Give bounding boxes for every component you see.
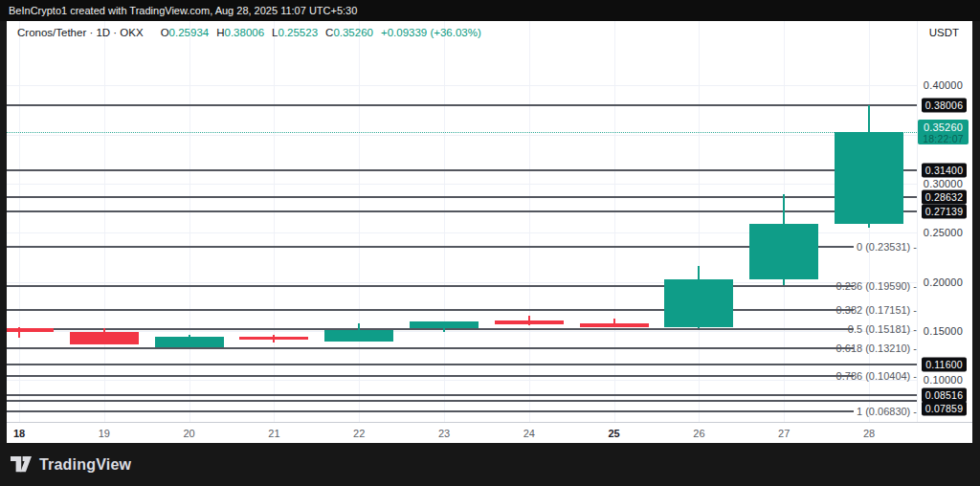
quote-currency-label: USDT <box>929 25 959 40</box>
time-tick-label: 25 <box>608 428 619 439</box>
vertical-gridline <box>359 21 360 422</box>
price-line-badge: 0.27139 <box>922 205 967 219</box>
price-tick-label: 0.15000 <box>924 325 963 337</box>
ohlc-value: 0.25934 <box>169 27 210 38</box>
horizontal-price-line[interactable] <box>7 364 917 365</box>
bar-countdown: 18:22:07 <box>918 134 969 144</box>
horizontal-price-line[interactable] <box>7 394 917 396</box>
horizontal-price-line[interactable] <box>7 104 917 106</box>
candle-down[interactable] <box>580 323 649 326</box>
price-tick-label: 0.30000 <box>924 178 963 189</box>
candle-up[interactable] <box>324 330 393 342</box>
price-line-badge: 0.28632 <box>922 190 967 205</box>
horizontal-gridline <box>7 85 917 86</box>
last-price-value: 0.35260 <box>918 121 969 134</box>
time-tick-label: 27 <box>778 428 790 439</box>
candle-down[interactable] <box>495 320 564 324</box>
candle-up[interactable] <box>155 337 224 347</box>
horizontal-gridline <box>7 331 917 332</box>
vertical-gridline <box>19 21 20 422</box>
last-price-badge: 0.3526018:22:07 <box>918 120 969 144</box>
time-tick-label: 28 <box>863 428 875 439</box>
fib-level-line[interactable] <box>7 246 854 248</box>
price-tick-label: 0.40000 <box>924 79 963 91</box>
horizontal-price-line[interactable] <box>7 400 917 402</box>
price-line-badge: 0.31400 <box>922 163 967 177</box>
time-tick-label: 19 <box>99 428 110 439</box>
candle-down[interactable] <box>70 332 139 344</box>
horizontal-price-line[interactable] <box>7 210 917 212</box>
horizontal-price-line[interactable] <box>7 196 917 198</box>
time-tick-label: 18 <box>13 428 25 439</box>
vertical-gridline <box>529 21 530 422</box>
candle-up[interactable] <box>664 279 733 326</box>
fib-level-label: 0.236 (0.19590) - <box>836 280 917 292</box>
candle-up[interactable] <box>410 321 479 328</box>
vertical-gridline <box>189 21 190 422</box>
price-line-badge: 0.11600 <box>922 357 967 371</box>
time-tick-label: 22 <box>353 428 365 439</box>
brand-name[interactable]: TradingView <box>39 456 131 474</box>
horizontal-price-line[interactable] <box>7 169 917 171</box>
time-tick-label: 24 <box>523 428 535 439</box>
symbol-title[interactable]: Cronos/Tether · 1D · OKX <box>17 27 144 38</box>
price-line-badge: 0.07859 <box>922 401 967 415</box>
ohlc-key: H <box>216 27 224 38</box>
ohlc-values: O0.25934H0.38006L0.25523C0.35260 <box>153 27 373 38</box>
fib-level-line[interactable] <box>7 347 854 349</box>
fib-level-label: 0 (0.23531) - <box>857 241 917 253</box>
vertical-gridline <box>699 21 700 422</box>
fib-level-label: 0.786 (0.10404) - <box>836 370 917 382</box>
ohlc-key: O <box>161 27 169 38</box>
time-tick-label: 26 <box>693 428 704 439</box>
candle-down[interactable] <box>7 328 54 332</box>
fib-level-line[interactable] <box>7 375 854 377</box>
last-price-line <box>7 132 917 133</box>
candle-up[interactable] <box>749 224 818 280</box>
ohlc-value: 0.35260 <box>333 27 373 38</box>
vertical-gridline <box>104 21 105 422</box>
fib-level-label: 1 (0.06830) - <box>857 406 917 417</box>
candle-up[interactable] <box>835 132 903 224</box>
time-tick-label: 20 <box>183 428 194 439</box>
fib-level-line[interactable] <box>7 328 854 330</box>
attribution-text: BeInCrypto1 created with TradingView.com… <box>9 5 357 16</box>
price-tick-label: 0.10000 <box>924 374 963 386</box>
fib-level-line[interactable] <box>7 410 854 412</box>
price-axis[interactable]: 0.400000.300000.250000.200000.150000.100… <box>917 21 972 422</box>
vertical-gridline <box>274 21 275 422</box>
candle-down[interactable] <box>239 337 308 340</box>
horizontal-gridline <box>7 135 917 136</box>
brand-bar: TradingView <box>0 443 980 486</box>
time-axis[interactable]: 1819202122232425262728 <box>7 422 972 443</box>
fib-level-label: 0.5 (0.15181) - <box>848 323 917 335</box>
vertical-gridline <box>614 21 615 422</box>
price-tick-label: 0.20000 <box>924 276 963 288</box>
fib-level-label: 0.382 (0.17151) - <box>836 304 917 316</box>
price-line-badge: 0.38006 <box>922 98 967 112</box>
horizontal-gridline <box>7 282 917 283</box>
ohlc-value: 0.25523 <box>278 27 318 38</box>
price-tick-label: 0.25000 <box>924 227 963 238</box>
horizontal-gridline <box>7 380 917 381</box>
change-value: +0.09339 (+36.03%) <box>381 27 481 38</box>
price-line-badge: 0.08516 <box>922 387 967 402</box>
chart-panel: 0 (0.23531) -0.236 (0.19590) -0.382 (0.1… <box>7 21 972 443</box>
vertical-gridline <box>444 21 445 422</box>
fib-level-label: 0.618 (0.13210) - <box>836 342 917 354</box>
chart-legend[interactable]: Cronos/Tether · 1D · OKXO0.25934H0.38006… <box>17 25 481 40</box>
time-tick-label: 23 <box>438 428 450 439</box>
time-tick-label: 21 <box>268 428 279 439</box>
ohlc-value: 0.38006 <box>225 27 265 38</box>
chart-plot-area[interactable]: 0 (0.23531) -0.236 (0.19590) -0.382 (0.1… <box>7 21 917 422</box>
horizontal-gridline <box>7 184 917 185</box>
tradingview-logo-icon[interactable] <box>11 456 32 473</box>
attribution-bar: BeInCrypto1 created with TradingView.com… <box>0 0 980 21</box>
